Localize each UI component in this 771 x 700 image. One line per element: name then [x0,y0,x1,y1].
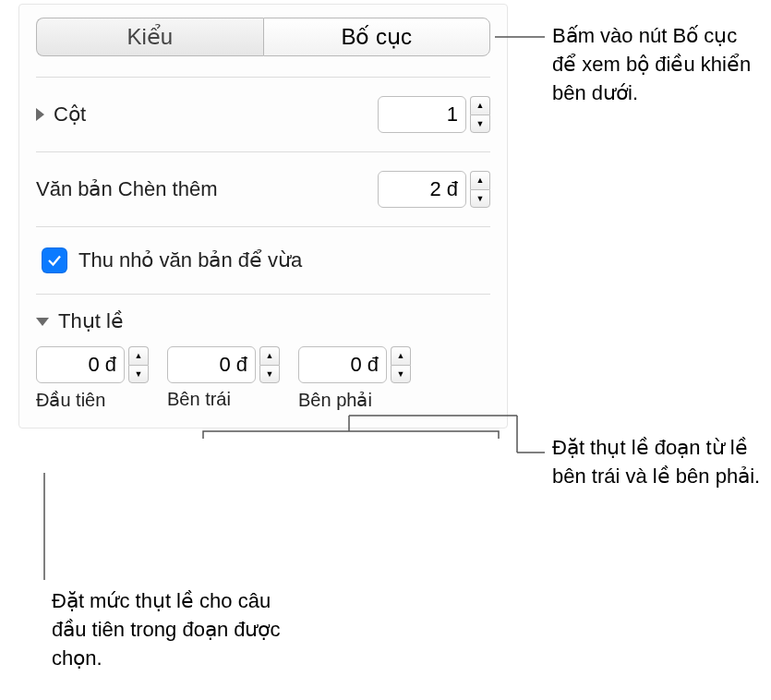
annotation-first-indent: Đặt mức thụt lề cho câu đầu tiên trong đ… [52,587,292,672]
columns-step-down[interactable]: ▼ [470,115,490,133]
indents-section: Thụt lề ▲ ▼ Đầu tiên ▲ ▼ [19,295,507,415]
indent-left-up[interactable]: ▲ [259,346,280,365]
indent-left-stepper[interactable]: ▲ ▼ [167,346,280,383]
shrink-to-fit-label: Thu nhỏ văn bản để vừa [78,248,302,272]
columns-stepper[interactable]: ▲ ▼ [378,96,490,133]
text-inset-step-down[interactable]: ▼ [470,189,490,208]
shrink-to-fit-checkbox[interactable] [42,247,67,273]
indent-left-label: Bên trái [167,389,280,410]
indent-right-stepper[interactable]: ▲ ▼ [298,346,411,383]
text-inset-input[interactable] [378,171,466,208]
text-inset-label: Văn bản Chèn thêm [36,177,217,201]
indent-left-col: ▲ ▼ Bên trái [167,346,280,411]
annotation-side-indents: Đặt thụt lề đoạn từ lề bên trái và lề bê… [552,434,765,491]
chevron-down-icon[interactable] [36,318,49,326]
indent-right-label: Bên phải [298,389,411,411]
text-inset-row: Văn bản Chèn thêm ▲ ▼ [19,152,507,226]
indent-left-input[interactable] [167,346,256,383]
indent-right-down[interactable]: ▼ [391,365,411,383]
indent-left-down[interactable]: ▼ [259,365,280,383]
indent-first-down[interactable]: ▼ [128,365,149,383]
indent-first-input[interactable] [36,346,125,383]
indent-right-col: ▲ ▼ Bên phải [298,346,411,411]
columns-row: Cột ▲ ▼ [19,78,507,151]
indents-label: Thụt lề [58,309,124,333]
tab-style[interactable]: Kiểu [36,18,263,56]
indent-first-up[interactable]: ▲ [128,346,149,365]
tab-layout[interactable]: Bố cục [263,18,491,56]
indent-first-stepper[interactable]: ▲ ▼ [36,346,149,383]
tab-segmented-control[interactable]: Kiểu Bố cục [36,18,490,56]
shrink-to-fit-row: Thu nhỏ văn bản để vừa [19,227,507,294]
text-inset-stepper[interactable]: ▲ ▼ [378,171,490,208]
indent-right-input[interactable] [298,346,387,383]
text-inset-step-up[interactable]: ▲ [470,171,490,189]
columns-label: Cột [54,103,86,127]
indent-first-label: Đầu tiên [36,389,149,411]
columns-input[interactable] [378,96,466,133]
columns-step-up[interactable]: ▲ [470,96,490,115]
layout-panel: Kiểu Bố cục Cột ▲ ▼ Văn bản Chèn thêm ▲ … [18,4,508,428]
indent-right-up[interactable]: ▲ [391,346,411,365]
indent-first-col: ▲ ▼ Đầu tiên [36,346,149,411]
annotation-layout-tab: Bấm vào nút Bố cục để xem bộ điều khiển … [552,22,765,107]
chevron-right-icon[interactable] [36,108,44,121]
check-icon [46,252,63,269]
